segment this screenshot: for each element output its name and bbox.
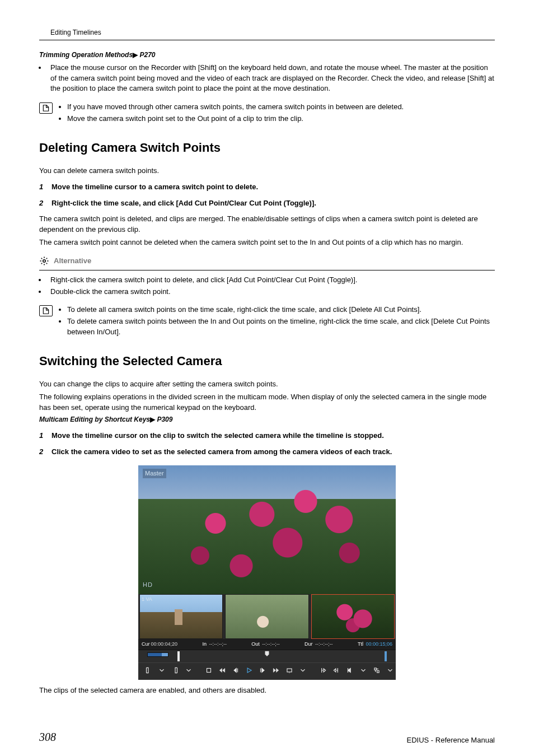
section-switch-lead2: The following explains operations in the… bbox=[39, 392, 495, 413]
slider-progress bbox=[147, 652, 168, 657]
tc-out-label: Out bbox=[251, 641, 260, 647]
tc-cur-label: Cur bbox=[142, 641, 150, 647]
intro-bullet-1: Place the mouse cursor on the Recorder w… bbox=[47, 63, 495, 95]
step-1-text: Move the timeline cursor to a camera swi… bbox=[51, 182, 495, 193]
next-frame-icon[interactable] bbox=[258, 666, 267, 674]
svg-rect-4 bbox=[377, 670, 380, 673]
note-icon bbox=[39, 102, 53, 114]
breadcrumb: Editing Timelines bbox=[50, 29, 101, 36]
master-view[interactable]: Master HD bbox=[138, 465, 396, 594]
set-in-icon[interactable] bbox=[144, 666, 153, 674]
camera-thumbnails: 1 VA bbox=[138, 594, 396, 639]
tc-out-value: --:--:--;-- bbox=[262, 641, 279, 647]
export-icon[interactable] bbox=[372, 666, 381, 674]
crossref-page: P309 bbox=[157, 416, 172, 423]
stop-icon[interactable] bbox=[204, 666, 213, 674]
crossref-multicam[interactable]: Multicam Editing by Shortcut Keys▶ P309 bbox=[39, 415, 495, 424]
arrow-icon: ▶ bbox=[150, 416, 155, 423]
jump-start-icon[interactable] bbox=[345, 666, 354, 674]
step-1: 1 Move the timeline cursor to a camera s… bbox=[39, 182, 495, 193]
crossref-page: P270 bbox=[139, 51, 155, 59]
chevron-down-icon[interactable] bbox=[157, 666, 166, 674]
note1-item-2: Move the camera switch point set to the … bbox=[67, 114, 495, 124]
intro-bullets: Place the mouse cursor on the Recorder w… bbox=[39, 63, 495, 95]
chevron-down-icon[interactable] bbox=[386, 666, 395, 674]
section-switch-lead1: You can change the clips to acquire afte… bbox=[39, 379, 495, 390]
play-icon[interactable] bbox=[245, 666, 254, 674]
alternative-heading: Alternative bbox=[39, 256, 495, 267]
rewind-icon[interactable] bbox=[218, 666, 227, 674]
fast-forward-icon[interactable] bbox=[271, 666, 280, 674]
step-2: 2 Right-click the time scale, and click … bbox=[39, 198, 495, 209]
alt-bullet-1: Right-click the camera switch point to d… bbox=[47, 275, 495, 286]
position-slider[interactable] bbox=[138, 650, 396, 662]
chevron-down-icon[interactable] bbox=[184, 666, 193, 674]
doc-title: EDIUS - Reference Manual bbox=[406, 735, 495, 746]
arrow-icon: ▶ bbox=[133, 51, 138, 59]
next-edit-icon[interactable] bbox=[332, 666, 341, 674]
step-num: 2 bbox=[39, 198, 51, 209]
gear-icon bbox=[39, 256, 49, 266]
page-header: Editing Timelines bbox=[39, 28, 495, 40]
tc-in-label: In bbox=[202, 641, 207, 647]
switch-step-1-text: Move the timeline cursor on the clip to … bbox=[51, 431, 495, 441]
note-block-2: To delete all camera switch points on th… bbox=[39, 305, 495, 339]
tc-in-value: --:--:--;-- bbox=[209, 641, 226, 647]
tc-dur-value: --:--:--;-- bbox=[315, 641, 332, 647]
multicam-figure: Master HD 1 VA Cur00:00:04;20 In --:--:-… bbox=[138, 465, 396, 680]
section-switch-title: Switching the Selected Camera bbox=[39, 352, 495, 370]
camera-thumb-1[interactable]: 1 VA bbox=[139, 594, 223, 639]
note-block-1: If you have moved through other camera s… bbox=[39, 102, 495, 125]
switch-step-2-text: Click the camera video to set as the sel… bbox=[51, 447, 495, 458]
camera-thumb-2[interactable] bbox=[225, 594, 308, 639]
prev-frame-icon[interactable] bbox=[231, 666, 240, 674]
note2-item-1: To delete all camera switch points on th… bbox=[67, 305, 495, 315]
crossref-trimming[interactable]: Trimming Operation Methods▶ P270 bbox=[39, 50, 495, 60]
timecode-bar: Cur00:00:04;20 In --:--:--;-- Out --:--:… bbox=[138, 639, 396, 650]
note-icon bbox=[39, 305, 53, 316]
prev-edit-icon[interactable] bbox=[318, 666, 327, 674]
after-figure-text: The clips of the selected camera are ena… bbox=[39, 685, 495, 696]
page-number: 308 bbox=[39, 729, 56, 745]
svg-rect-2 bbox=[287, 669, 292, 672]
step-num: 1 bbox=[39, 431, 51, 441]
section-delete-lead: You can delete camera switch points. bbox=[39, 166, 495, 176]
slider-handle[interactable] bbox=[177, 651, 180, 661]
switch-step-2: 2 Click the camera video to set as the s… bbox=[39, 447, 495, 458]
camera-thumb-3-selected[interactable] bbox=[311, 594, 395, 639]
hd-mark: HD bbox=[143, 581, 153, 590]
note2-item-2: To delete camera switch points between t… bbox=[67, 316, 495, 338]
step-num: 2 bbox=[39, 447, 51, 458]
player-controls bbox=[138, 662, 396, 680]
page-footer: 308 EDIUS - Reference Manual bbox=[39, 729, 495, 745]
master-label: Master bbox=[143, 469, 166, 479]
loop-icon[interactable] bbox=[285, 666, 294, 674]
alt-bullets: Right-click the camera switch point to d… bbox=[39, 275, 495, 297]
section-delete-post1: The camera switch point is deleted, and … bbox=[39, 214, 495, 235]
slider-end-marker bbox=[385, 651, 387, 661]
alt-rule bbox=[39, 270, 495, 270]
step-2-text: Right-click the time scale, and click [A… bbox=[51, 198, 495, 209]
svg-point-0 bbox=[43, 260, 46, 263]
svg-rect-3 bbox=[374, 668, 377, 670]
thumb-label: 1 VA bbox=[142, 596, 152, 603]
switch-step-1: 1 Move the timeline cursor on the clip t… bbox=[39, 431, 495, 441]
crossref-text: Multicam Editing by Shortcut Keys bbox=[39, 416, 150, 423]
note1-item-1: If you have moved through other camera s… bbox=[67, 102, 495, 113]
chevron-down-icon[interactable] bbox=[359, 666, 368, 674]
section-delete-post2: The camera switch point cannot be delete… bbox=[39, 237, 495, 248]
step-num: 1 bbox=[39, 182, 51, 193]
tc-ttl-value: 00:00:15;06 bbox=[366, 641, 392, 647]
crossref-text: Trimming Operation Methods bbox=[39, 51, 133, 59]
set-out-icon[interactable] bbox=[171, 666, 180, 674]
alt-bullet-2: Double-click the camera switch point. bbox=[47, 287, 495, 297]
alternative-label: Alternative bbox=[54, 256, 91, 267]
tc-dur-label: Dur bbox=[305, 641, 313, 647]
svg-rect-1 bbox=[207, 668, 211, 672]
chevron-down-icon[interactable] bbox=[298, 666, 307, 674]
slider-marker-icon bbox=[263, 650, 271, 661]
tc-cur-value: 00:00:04;20 bbox=[151, 641, 178, 647]
section-delete-title: Deleting Camera Switch Points bbox=[39, 139, 495, 157]
tc-ttl-label: Ttl bbox=[358, 641, 363, 647]
